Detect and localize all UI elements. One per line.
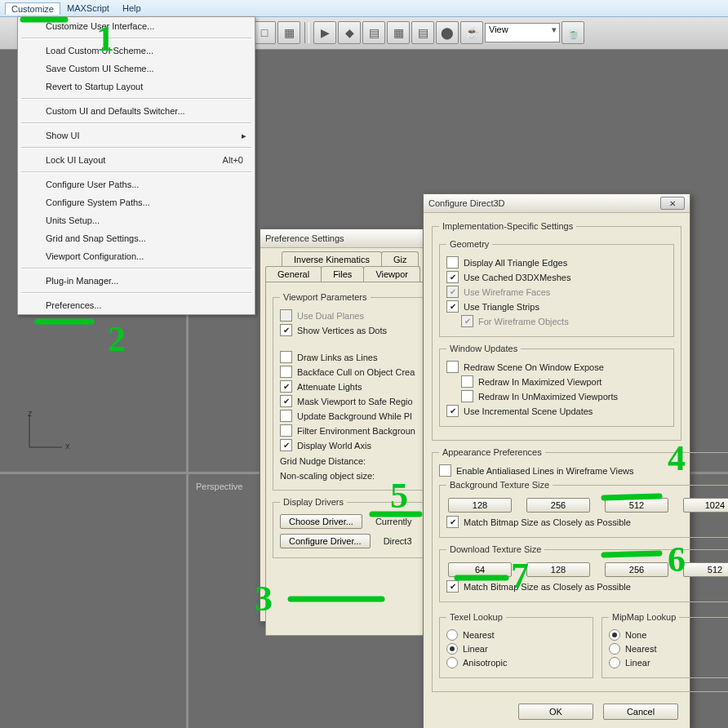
axis-gizmo xyxy=(20,408,69,457)
checkbox-cached-meshes[interactable] xyxy=(446,271,459,283)
menu-item-units[interactable]: Units Setup... xyxy=(18,211,255,229)
group-legend: Download Texture Size xyxy=(446,544,544,554)
tab-inverse-kinematics[interactable]: Inverse Kinematics xyxy=(282,251,382,267)
dl-size-128-button[interactable]: 128 xyxy=(526,562,590,577)
checkbox-attenuate[interactable] xyxy=(280,380,292,393)
configure-driver-button[interactable]: Configure Driver... xyxy=(280,534,371,548)
checkbox-vertices-dots[interactable] xyxy=(280,324,292,336)
label-redraw-unmax: Redraw In UnMaximized Viewports xyxy=(478,392,618,402)
close-icon[interactable]: ✕ xyxy=(660,197,685,210)
toolbar-btn-3[interactable]: ▶ xyxy=(313,21,336,44)
menu-item-system-paths[interactable]: Configure System Paths... xyxy=(18,193,255,211)
menu-maxscript[interactable]: MAXScript xyxy=(60,2,116,15)
label-currently: Currently xyxy=(375,517,412,526)
menu-item-plugin-manager[interactable]: Plug-in Manager... xyxy=(18,272,255,290)
toolbar-btn-1[interactable]: □ xyxy=(253,21,276,44)
radio-texel-nearest[interactable] xyxy=(446,629,458,641)
checkbox-mask-viewport[interactable] xyxy=(280,395,292,407)
label-attenuate: Attenuate Lights xyxy=(297,382,362,392)
checkbox-incremental[interactable] xyxy=(446,405,459,417)
tab-gizmos[interactable]: Giz xyxy=(381,251,419,267)
menu-item-defaults-switcher[interactable]: Custom UI and Defaults Switcher... xyxy=(18,102,255,120)
label-texel-aniso: Anisotropic xyxy=(463,658,507,668)
checkbox-redraw-max[interactable] xyxy=(461,375,473,388)
checkbox-filter-env[interactable] xyxy=(280,424,292,437)
checkbox-triangle-strips[interactable] xyxy=(446,300,459,313)
menu-item-user-paths[interactable]: Configure User Paths... xyxy=(18,175,255,193)
menu-help[interactable]: Help xyxy=(116,2,148,15)
bg-size-256-button[interactable]: 256 xyxy=(526,498,590,513)
dl-size-64-button[interactable]: 64 xyxy=(448,562,512,577)
toolbar-btn-5[interactable]: ▤ xyxy=(362,21,385,44)
toolbar-btn-9[interactable]: ☕ xyxy=(460,21,483,44)
toolbar-btn-6[interactable]: ▦ xyxy=(387,21,410,44)
checkbox-update-bg[interactable] xyxy=(280,410,292,422)
menu-customize[interactable]: Customize xyxy=(5,2,60,15)
label-for-wireframe: For Wireframe Objects xyxy=(478,317,569,326)
checkbox-all-tri[interactable] xyxy=(446,256,459,269)
tab-files[interactable]: Files xyxy=(321,266,364,282)
menu-item-load-scheme[interactable]: Load Custom UI Scheme... xyxy=(18,42,255,60)
checkbox-redraw-unmax[interactable] xyxy=(461,390,473,402)
view-dropdown[interactable]: View xyxy=(485,23,560,42)
menu-item-show-ui[interactable]: Show UI xyxy=(18,127,255,144)
tab-viewports[interactable]: Viewpor xyxy=(363,266,420,282)
checkbox-dl-match[interactable] xyxy=(446,580,459,593)
checkbox-antialias[interactable] xyxy=(439,464,451,477)
radio-mip-linear[interactable] xyxy=(609,657,620,668)
dl-size-256-button[interactable]: 256 xyxy=(605,562,668,577)
group-legend: Implementation-Specific Settings xyxy=(439,221,576,231)
label-mip-nearest: Nearest xyxy=(625,644,657,654)
radio-mip-nearest[interactable] xyxy=(609,643,620,655)
label-mip-none: None xyxy=(625,630,646,640)
group-legend: Background Texture Size xyxy=(446,480,553,490)
bg-size-1024-button[interactable]: 1024 xyxy=(683,498,728,513)
group-legend: Window Updates xyxy=(446,344,521,353)
group-legend: Texel Lookup xyxy=(446,612,506,622)
radio-mip-none[interactable] xyxy=(609,629,620,641)
toolbar-btn-7[interactable]: ▤ xyxy=(411,21,434,44)
menu-item-grid-snap[interactable]: Grid and Snap Settings... xyxy=(18,229,255,247)
toolbar-btn-teapot[interactable]: 🍵 xyxy=(562,21,584,44)
group-texel-lookup: Texel Lookup Nearest Linear Anisotropic xyxy=(439,612,593,678)
bg-size-128-button[interactable]: 128 xyxy=(448,498,512,513)
checkbox-wireframe-faces xyxy=(446,286,459,298)
toolbar-btn-8[interactable]: ⬤ xyxy=(436,21,459,44)
checkbox-dual-planes[interactable] xyxy=(280,309,292,322)
menu-item-customize-ui[interactable]: Customize User Interface... xyxy=(18,17,255,35)
label-world-axis: Display World Axis xyxy=(297,441,371,451)
label-texel-linear: Linear xyxy=(463,644,488,654)
toolbar-btn-4[interactable]: ◆ xyxy=(338,21,361,44)
d3d-dialog-titlebar[interactable]: Configure Direct3D ✕ xyxy=(424,194,690,213)
menu-item-save-scheme[interactable]: Save Custom UI Scheme... xyxy=(18,60,255,78)
label-filter-env: Filter Environment Backgroun xyxy=(297,426,415,436)
group-dl-texture: Download Texture Size 64 128 256 512 Mat… xyxy=(439,544,728,602)
checkbox-draw-links[interactable] xyxy=(280,351,292,363)
label-backface: Backface Cull on Object Crea xyxy=(297,367,415,377)
toolbar-btn-2[interactable]: ▦ xyxy=(277,21,300,44)
menu-item-revert[interactable]: Revert to Startup Layout xyxy=(18,78,255,95)
group-legend: Geometry xyxy=(446,239,492,249)
tab-general[interactable]: General xyxy=(265,266,322,282)
menu-item-preferences[interactable]: Preferences... xyxy=(18,296,255,314)
checkbox-backface[interactable] xyxy=(280,366,292,378)
dl-size-512-button[interactable]: 512 xyxy=(683,562,728,577)
radio-texel-aniso[interactable] xyxy=(446,657,458,668)
group-mipmap-lookup: MipMap Lookup None Nearest Linear xyxy=(601,612,728,678)
cancel-button[interactable]: Cancel xyxy=(603,704,678,720)
menu-item-lock-ui[interactable]: Lock UI Layout Alt+0 xyxy=(18,151,255,169)
checkbox-world-axis[interactable] xyxy=(280,439,292,451)
menu-shortcut: Alt+0 xyxy=(223,155,243,165)
choose-driver-button[interactable]: Choose Driver... xyxy=(280,514,362,529)
label-incremental: Use Incremental Scene Updates xyxy=(464,406,593,416)
menu-bar: Customize MAXScript Help xyxy=(0,0,728,17)
group-legend: Viewport Parameters xyxy=(280,292,371,302)
ok-button[interactable]: OK xyxy=(518,704,593,720)
checkbox-bg-match[interactable] xyxy=(446,516,459,528)
label-nonscale: Non-scaling object size: xyxy=(280,471,375,481)
group-window-updates: Window Updates Redraw Scene On Window Ex… xyxy=(439,344,674,427)
radio-texel-linear[interactable] xyxy=(446,643,458,655)
checkbox-redraw-expose[interactable] xyxy=(446,361,459,373)
menu-item-viewport-config[interactable]: Viewport Configuration... xyxy=(18,247,255,265)
bg-size-512-button[interactable]: 512 xyxy=(605,498,668,513)
